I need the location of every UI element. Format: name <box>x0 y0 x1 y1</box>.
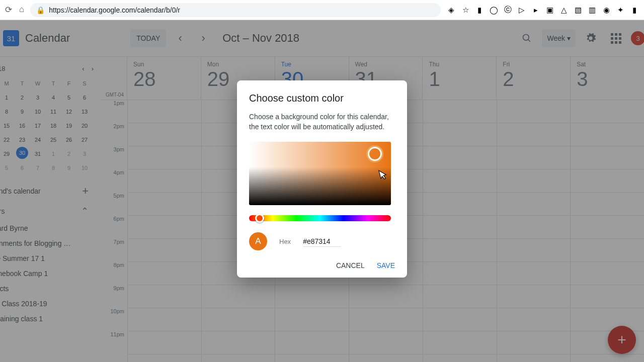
hex-input[interactable] <box>303 236 341 247</box>
extension-icon[interactable]: ▸ <box>531 6 540 15</box>
extension-icon[interactable]: ▥ <box>588 6 597 15</box>
extension-icon[interactable]: ◯ <box>489 6 498 15</box>
home-icon[interactable]: ⌂ <box>19 5 24 15</box>
address-bar[interactable]: 🔒 https://calendar.google.com/calendar/b… <box>30 3 441 17</box>
dialog-title: Choose custom color <box>249 93 395 104</box>
color-preview-swatch: A <box>249 232 267 250</box>
extension-icon[interactable]: △ <box>559 6 569 15</box>
extension-icon[interactable]: ▧ <box>574 6 583 15</box>
browser-toolbar: ⟳ ⌂ 🔒 https://calendar.google.com/calend… <box>0 0 644 20</box>
dialog-description: Choose a background color for this calen… <box>249 112 395 132</box>
hue-handle[interactable] <box>255 214 264 223</box>
extension-icon[interactable]: ▷ <box>517 6 526 15</box>
extension-icon[interactable]: ◈ <box>447 6 456 15</box>
extension-icon[interactable]: ▮ <box>475 6 484 15</box>
save-button[interactable]: SAVE <box>377 261 395 269</box>
extension-icon[interactable]: ▮ <box>630 6 639 15</box>
extension-icon[interactable]: ◉ <box>602 6 611 15</box>
url-text: https://calendar.google.com/calendar/b/0… <box>49 6 180 14</box>
lock-icon: 🔒 <box>36 6 45 14</box>
reload-icon[interactable]: ⟳ <box>5 5 12 15</box>
color-picker-dialog: Choose custom color Choose a background … <box>237 80 407 278</box>
cancel-button[interactable]: CANCEL <box>336 261 365 269</box>
extension-icons: ◈☆▮◯ⓒ▷▸▣△▧▥◉✦▮ <box>447 6 639 15</box>
extension-icon[interactable]: ▣ <box>545 6 554 15</box>
extension-icon[interactable]: ☆ <box>461 6 470 15</box>
extension-icon[interactable]: ⓒ <box>503 6 512 15</box>
hue-slider[interactable] <box>249 215 391 221</box>
hex-label: Hex <box>279 238 291 245</box>
saturation-field[interactable] <box>249 142 391 205</box>
extension-icon[interactable]: ✦ <box>616 6 625 15</box>
saturation-handle[interactable] <box>368 147 382 161</box>
